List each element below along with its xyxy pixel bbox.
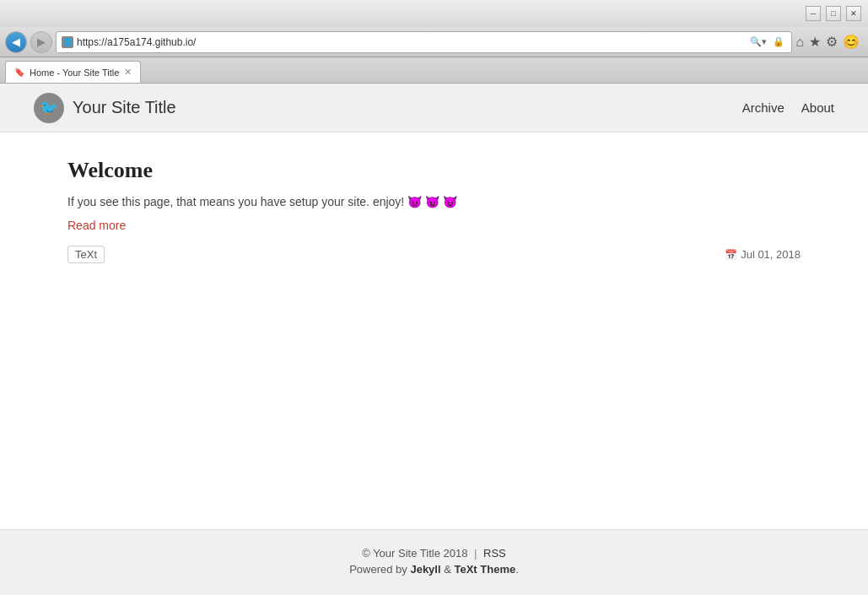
minimize-button[interactable]: ─: [806, 6, 821, 21]
close-button[interactable]: ✕: [846, 6, 861, 21]
browser-toolbar-right: ⌂ ★ ⚙ 😊: [795, 34, 863, 50]
site-main: Welcome If you see this page, that means…: [0, 133, 868, 529]
search-dropdown-icon[interactable]: 🔍▾: [748, 35, 768, 48]
post-tag[interactable]: TeXt: [67, 246, 105, 263]
nav-archive[interactable]: Archive: [742, 100, 784, 115]
site-wrapper: 🐦 Your Site Title Archive About Welcome …: [0, 84, 868, 595]
footer-ampersand: &: [441, 563, 455, 576]
footer-rss-link[interactable]: RSS: [483, 547, 506, 560]
site-header: 🐦 Your Site Title Archive About: [0, 84, 868, 133]
footer-jekyll-link[interactable]: Jekyll: [410, 563, 440, 576]
address-text: https://a175a174.github.io/: [77, 36, 745, 48]
footer-pipe: |: [474, 547, 477, 560]
title-bar: ─ □ ✕: [0, 0, 868, 27]
nav-about[interactable]: About: [801, 100, 834, 115]
lock-icon[interactable]: 🔒: [771, 35, 786, 48]
site-footer: © Your Site Title 2018 | RSS Powered by …: [0, 529, 868, 595]
gear-icon[interactable]: ⚙: [826, 34, 838, 50]
forward-button[interactable]: ▶: [30, 31, 52, 53]
logo-icon: 🐦: [34, 93, 64, 123]
read-more-link[interactable]: Read more: [67, 219, 801, 232]
site-logo: 🐦 Your Site Title: [34, 93, 176, 123]
footer-copyright-line: © Your Site Title 2018 | RSS: [17, 547, 851, 560]
post-excerpt: If you see this page, that means you hav…: [67, 195, 801, 208]
address-bar-icon: 🌐: [62, 36, 73, 48]
post-title: Welcome: [67, 158, 801, 183]
footer-theme-link[interactable]: TeXt Theme: [454, 563, 515, 576]
footer-period: .: [515, 563, 519, 576]
footer-powered-line: Powered by Jekyll & TeXt Theme.: [17, 563, 851, 576]
post-date-text: Jul 01, 2018: [741, 248, 801, 261]
calendar-icon: 📅: [725, 249, 737, 261]
tab-bar: 🔖 Home - Your Site Title ✕: [0, 57, 868, 83]
tab-label: Home - Your Site Title: [30, 68, 119, 78]
browser-chrome: ─ □ ✕ ◀ ▶ 🌐 https://a175a174.github.io/ …: [0, 0, 868, 84]
site-nav: Archive About: [742, 100, 834, 115]
maximize-button[interactable]: □: [826, 6, 841, 21]
tab-favicon: 🔖: [14, 68, 24, 77]
post-date: 📅 Jul 01, 2018: [725, 248, 801, 261]
address-icons: 🔍▾ 🔒: [748, 35, 786, 48]
window-controls: ─ □ ✕: [806, 6, 861, 21]
footer-copyright: © Your Site Title 2018: [362, 547, 467, 560]
footer-powered-by: Powered by: [349, 563, 410, 576]
tab-close-button[interactable]: ✕: [124, 67, 132, 78]
address-bar[interactable]: 🌐 https://a175a174.github.io/ 🔍▾ 🔒: [56, 31, 792, 53]
star-icon[interactable]: ★: [809, 34, 821, 50]
back-button[interactable]: ◀: [5, 31, 27, 53]
emoji-icon[interactable]: 😊: [843, 34, 860, 50]
active-tab[interactable]: 🔖 Home - Your Site Title ✕: [5, 61, 141, 83]
post-meta: TeXt 📅 Jul 01, 2018: [67, 246, 801, 263]
site-title: Your Site Title: [73, 98, 176, 117]
home-icon[interactable]: ⌂: [795, 35, 804, 50]
nav-row: ◀ ▶ 🌐 https://a175a174.github.io/ 🔍▾ 🔒 ⌂…: [0, 27, 868, 57]
